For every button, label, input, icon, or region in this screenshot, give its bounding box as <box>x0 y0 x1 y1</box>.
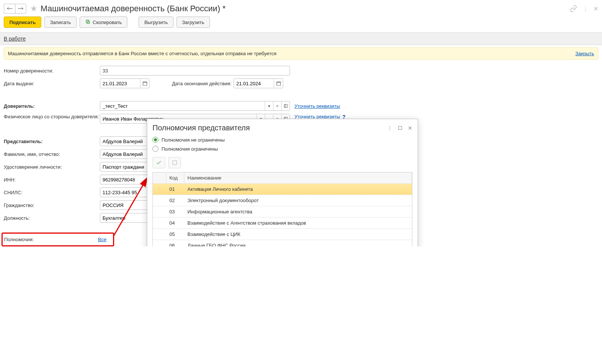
favorite-star-icon[interactable]: ★ <box>30 4 38 14</box>
row-code: 05 <box>166 229 184 240</box>
inn-field[interactable] <box>100 175 149 184</box>
radio-unlimited[interactable]: Полномочия не ограничены <box>152 137 412 143</box>
info-close-link[interactable]: Закрыть <box>575 51 594 56</box>
row-code: 04 <box>166 217 184 228</box>
col-name: Наименование <box>184 172 412 183</box>
dialog-close-icon[interactable]: ✕ <box>408 125 412 131</box>
snils-field[interactable] <box>100 187 149 197</box>
powers-grid: Код Наименование 01Активация Личного каб… <box>152 172 412 246</box>
import-button[interactable]: Загрузить <box>177 17 210 28</box>
svg-rect-0 <box>87 21 89 23</box>
grantor-details-link[interactable]: Уточнить реквизиты <box>294 103 340 109</box>
copy-button[interactable]: Скопировать <box>80 17 128 28</box>
more-menu-icon[interactable]: ⋮ <box>582 5 588 12</box>
grantor-input[interactable] <box>100 101 265 110</box>
copy-icon <box>85 19 91 26</box>
row-check-cell <box>153 240 166 246</box>
issue-date-label: Дата выдачи: <box>4 81 100 86</box>
nav-fwd-button[interactable]: 🡒 <box>15 4 26 14</box>
row-name: Данные ГБО ФНС России <box>184 240 412 246</box>
row-name: Информационные агентства <box>184 206 412 217</box>
radio-icon <box>152 137 158 143</box>
svg-rect-2 <box>143 82 147 85</box>
row-check-cell <box>153 206 166 217</box>
dialog-maximize-icon[interactable] <box>398 125 403 130</box>
fio-field[interactable] <box>100 149 149 159</box>
open-icon[interactable] <box>281 101 290 110</box>
issue-date-input[interactable] <box>100 79 140 88</box>
radio-unlimited-label: Полномочия не ограничены <box>161 137 225 143</box>
rep-field[interactable] <box>100 136 149 146</box>
clear-icon[interactable]: × <box>273 101 281 110</box>
main-toolbar: Подписать Записать Скопировать Выгрузить… <box>4 17 598 28</box>
page-title: Машиночитаемая доверенность (Банк России… <box>41 4 226 14</box>
status-link[interactable]: В работе <box>4 36 26 42</box>
issue-date-field[interactable] <box>100 79 149 88</box>
row-check-cell <box>153 184 166 195</box>
check-all-button[interactable] <box>152 157 165 168</box>
grantor-person-label: Физическое лицо со стороны доверителя: <box>4 114 100 120</box>
info-bar: Машиночитаемая доверенность отправляется… <box>4 47 598 60</box>
grantor-field[interactable]: ▾ × <box>100 101 290 111</box>
export-button[interactable]: Выгрузить <box>139 17 173 28</box>
svg-rect-8 <box>173 161 177 165</box>
rep-input[interactable] <box>100 137 148 146</box>
doc-label: Удостоверение личности: <box>4 164 100 170</box>
doc-field[interactable] <box>100 162 149 172</box>
grid-header: Код Наименование <box>153 172 412 184</box>
status-bar: В работе <box>0 32 602 45</box>
citizen-label: Гражданство: <box>4 202 100 208</box>
radio-limited[interactable]: Полномочия ограничены <box>152 146 412 152</box>
copy-label: Скопировать <box>93 20 122 25</box>
citizen-input[interactable] <box>100 201 148 210</box>
radio-icon <box>152 146 158 152</box>
svg-rect-1 <box>86 20 89 23</box>
row-check-cell <box>153 195 166 206</box>
grid-row[interactable]: 03Информационные агентства <box>153 206 412 217</box>
dialog-more-icon[interactable]: ⋮ <box>387 125 392 131</box>
svg-rect-7 <box>398 126 402 130</box>
close-window-icon[interactable]: ✕ <box>593 5 598 12</box>
grid-row[interactable]: 02Электронный документооборот <box>153 195 412 206</box>
number-input[interactable] <box>100 66 290 76</box>
fio-input[interactable] <box>100 150 148 159</box>
nav-back-button[interactable]: 🡐 <box>4 4 15 14</box>
grid-row[interactable]: 04Взаимодействие с Агентством страховани… <box>153 217 412 229</box>
dropdown-icon[interactable]: ▾ <box>265 101 273 110</box>
row-code: 03 <box>166 206 184 217</box>
end-date-label: Дата окончания действия: <box>172 81 231 86</box>
number-label: Номер доверенности: <box>4 68 100 74</box>
calendar-icon[interactable] <box>140 79 149 88</box>
row-name: Активация Личного кабинета <box>184 184 412 195</box>
uncheck-all-button[interactable] <box>168 157 181 168</box>
position-field[interactable] <box>100 213 149 223</box>
write-button[interactable]: Записать <box>44 17 77 28</box>
row-name: Взаимодействие с Агентством страхования … <box>184 217 412 228</box>
powers-label: Полномочия: <box>4 237 98 242</box>
fio-label: Фамилия, имя, отчество: <box>4 151 100 157</box>
snils-input[interactable] <box>100 188 148 197</box>
grid-row[interactable]: 06Данные ГБО ФНС России <box>153 240 412 246</box>
powers-highlight-box: Полномочия: Все <box>2 233 114 246</box>
powers-all-link[interactable]: Все <box>98 237 106 242</box>
calendar-icon[interactable] <box>274 79 283 88</box>
inn-label: ИНН: <box>4 177 100 183</box>
svg-rect-3 <box>277 82 281 85</box>
doc-input[interactable] <box>100 162 148 171</box>
svg-rect-4 <box>284 104 287 107</box>
grid-row[interactable]: 01Активация Личного кабинета <box>153 184 412 195</box>
row-code: 02 <box>166 195 184 206</box>
sign-button[interactable]: Подписать <box>4 17 41 28</box>
grid-row[interactable]: 05Взаимодействие с ЦИК <box>153 229 412 240</box>
citizen-field[interactable] <box>100 200 149 210</box>
grid-body[interactable]: 01Активация Личного кабинета02Электронны… <box>153 184 412 246</box>
link-icon[interactable] <box>570 5 577 12</box>
grantor-label: Доверитель: <box>4 103 100 109</box>
row-check-cell <box>153 217 166 228</box>
position-input[interactable] <box>100 213 148 222</box>
radio-limited-label: Полномочия ограничены <box>161 146 218 152</box>
powers-dialog: Полномочия представителя ⋮ ✕ Полномочия … <box>147 119 418 246</box>
inn-input[interactable] <box>100 175 148 184</box>
end-date-input[interactable] <box>234 79 274 88</box>
end-date-field[interactable] <box>234 79 283 88</box>
